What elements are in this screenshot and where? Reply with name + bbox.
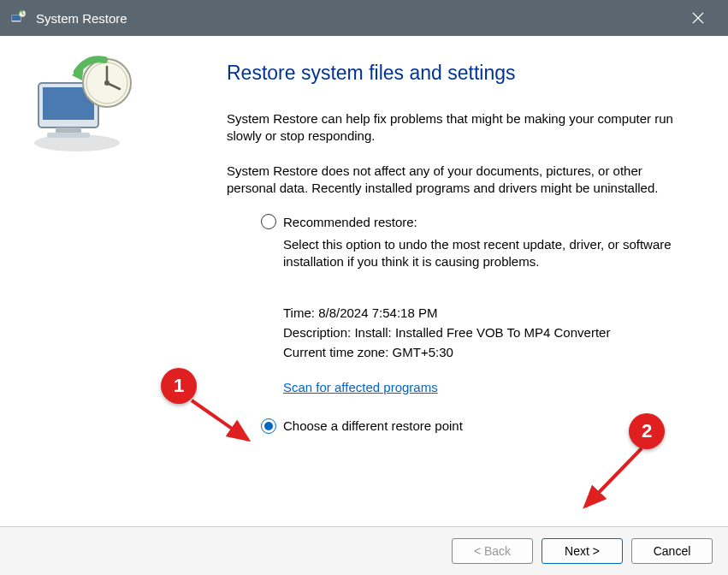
intro-paragraph-1: System Restore can help fix problems tha…	[227, 110, 694, 145]
app-icon	[9, 9, 27, 27]
window-title: System Restore	[36, 11, 127, 26]
main-panel: Restore system files and settings System…	[163, 36, 728, 526]
info-description: Description: Install: Installed Free VOB…	[283, 325, 694, 340]
titlebar: System Restore	[0, 0, 728, 36]
cancel-button[interactable]: Cancel	[631, 538, 713, 564]
back-button[interactable]: < Back	[452, 538, 533, 564]
recommended-restore-option[interactable]: Recommended restore: Select this option …	[261, 214, 694, 271]
radio-recommended[interactable]	[261, 214, 276, 229]
restore-info-block: Time: 8/8/2024 7:54:18 PM Description: I…	[283, 305, 694, 359]
radio-different-point-label: Choose a different restore point	[283, 418, 463, 433]
content-area: Restore system files and settings System…	[0, 36, 728, 527]
radio-recommended-label: Recommended restore:	[283, 215, 417, 229]
info-time: Time: 8/8/2024 7:54:18 PM	[283, 305, 694, 320]
scan-affected-programs-link[interactable]: Scan for affected programs	[283, 380, 438, 394]
restore-illustration	[26, 53, 137, 156]
svg-rect-1	[12, 15, 21, 21]
svg-rect-7	[56, 127, 81, 133]
close-button[interactable]	[678, 0, 718, 36]
annotation-badge-1: 1	[161, 368, 197, 404]
radio-recommended-desc: Select this option to undo the most rece…	[283, 236, 694, 271]
svg-rect-8	[47, 133, 90, 138]
svg-point-13	[104, 80, 109, 86]
intro-paragraph-2: System Restore does not affect any of yo…	[227, 163, 694, 198]
sidebar	[0, 36, 163, 526]
info-timezone: Current time zone: GMT+5:30	[283, 345, 694, 359]
radio-different-point[interactable]	[261, 418, 276, 434]
page-heading: Restore system files and settings	[227, 62, 694, 85]
next-button[interactable]: Next >	[542, 538, 623, 564]
annotation-badge-2: 2	[629, 413, 665, 449]
footer: < Back Next > Cancel	[0, 527, 728, 575]
